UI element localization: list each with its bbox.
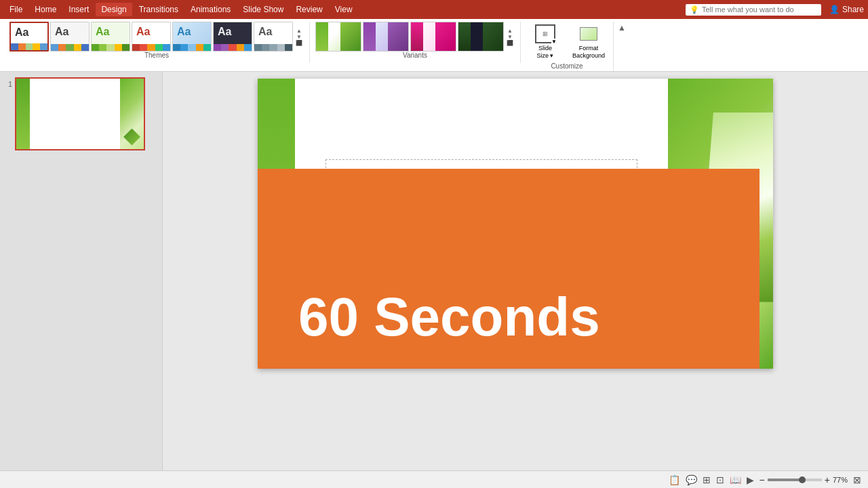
chevron-down-icon[interactable]: ▼ [296,34,302,40]
slide-panel: 1 [0,72,163,484]
variant-1[interactable] [315,22,361,52]
theme-5[interactable]: Aa [172,22,212,52]
variant-2[interactable] [363,22,409,52]
slide-1-container: 1 [3,77,159,150]
chevron-up-icon2[interactable]: ▲ [507,28,513,34]
zoom-plus-button[interactable]: + [825,474,830,485]
thumb-left-accent [16,79,30,149]
menu-view[interactable]: View [330,3,358,16]
slideshow-view-icon[interactable]: ▶ [747,474,754,485]
status-bar: 📋 💬 ⊞ ⊡ 📖 ▶ − + 77% ⊠ [0,470,868,488]
overlay-countdown-text: 60 Seconds [298,286,600,348]
menu-review[interactable]: Review [290,3,328,16]
ribbon: Aa Aa [0,19,868,72]
theme-green[interactable]: Aa [91,22,130,52]
menu-file[interactable]: File [4,3,28,16]
menu-bar: File Home Insert Design Transitions Anim… [0,0,868,19]
format-background-label: FormatBackground [572,45,605,60]
variants-label: Variants [403,52,427,59]
main-area: 1 Click to add title [0,72,868,484]
format-background-icon [578,24,599,43]
canvas-area: Click to add title subtitle 60 Seconds [163,72,868,484]
customize-section: ⊞ ▼ SlideSize ▾ FormatBackground Customi… [521,22,614,71]
chevron-down-icon2[interactable]: ▼ [507,34,513,40]
person-icon: 👤 [829,5,840,14]
normal-view-icon[interactable]: ⊞ [703,474,711,485]
menu-animations[interactable]: Animations [185,3,236,16]
zoom-slider-track [768,479,800,481]
orange-overlay: 60 Seconds [258,169,760,369]
format-background-button[interactable]: FormatBackground [568,23,609,61]
expand-icon[interactable]: ⬛ [296,40,302,46]
zoom-control: − + 77% [760,474,848,485]
themes-scroll[interactable]: ▲ ▼ ⬛ [294,28,304,46]
themes-section: Aa Aa [4,22,310,63]
slide-size-button[interactable]: ⊞ ▼ SlideSize ▾ [525,23,566,61]
expand-icon2[interactable]: ⬛ [507,40,513,46]
menu-insert[interactable]: Insert [63,3,94,16]
themes-label: Themes [144,52,169,59]
theme-2[interactable]: Aa [50,22,90,52]
menu-design[interactable]: Design [96,3,132,16]
theme-7[interactable]: Aa [254,22,293,52]
variant-3[interactable] [410,22,456,52]
slide-size-icon: ⊞ ▼ [535,24,555,43]
theme-office[interactable]: Aa [9,22,49,52]
zoom-minus-button[interactable]: − [760,474,765,485]
variants-section: ▲ ▼ ⬛ Variants [310,22,521,63]
reading-view-icon[interactable]: 📖 [730,474,741,485]
share-button[interactable]: 👤 Share [829,5,864,14]
zoom-percent-label[interactable]: 77% [833,476,848,484]
fit-to-window-icon[interactable]: ⊠ [853,474,861,485]
share-label: Share [842,5,864,14]
search-input[interactable] [702,5,817,14]
variant-4[interactable] [458,22,504,52]
collapse-icon: ▲ [618,23,626,33]
comments-icon[interactable]: 💬 [686,474,697,485]
slide-canvas-wrapper: Click to add title subtitle 60 Seconds [258,79,773,369]
search-icon: 💡 [690,5,699,14]
chevron-up-icon[interactable]: ▲ [296,28,302,34]
slide-1-number: 1 [3,80,12,88]
variants-scroll[interactable]: ▲ ▼ ⬛ [505,28,515,46]
menu-home[interactable]: Home [29,3,62,16]
menu-slideshow[interactable]: Slide Show [237,3,289,16]
zoom-slider-thumb [799,476,806,483]
ribbon-collapse-button[interactable]: ▲ [618,22,626,33]
slide-1-thumbnail[interactable] [15,77,145,150]
notes-icon[interactable]: 📋 [669,474,680,485]
menu-transitions[interactable]: Transitions [134,3,184,16]
customize-label: Customize [551,62,583,70]
theme-4[interactable]: Aa [132,22,171,52]
slide-sorter-icon[interactable]: ⊡ [716,474,724,485]
slide-size-label: SlideSize ▾ [536,45,553,60]
search-bar[interactable]: 💡 [686,4,821,16]
theme-6[interactable]: Aa [213,22,252,52]
zoom-slider[interactable] [768,479,822,481]
